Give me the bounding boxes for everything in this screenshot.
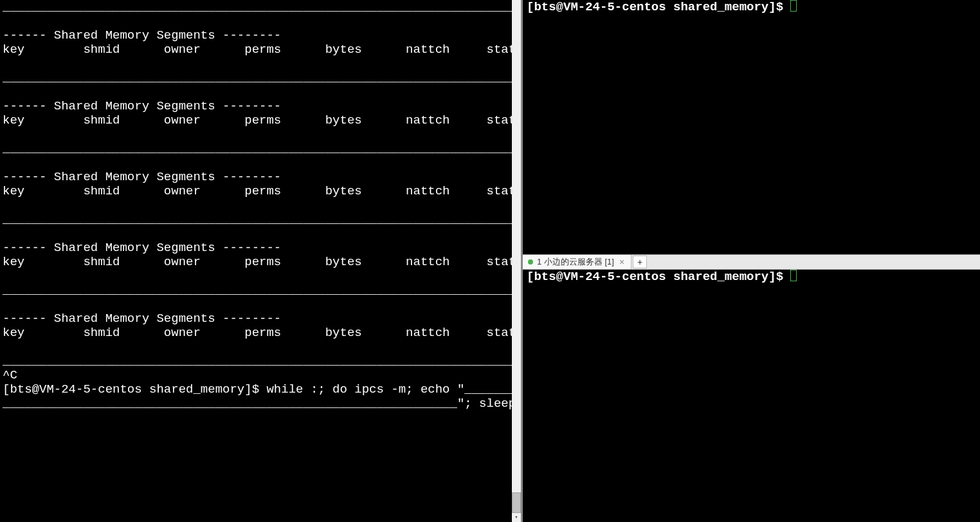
status-dot-icon xyxy=(528,259,533,265)
scrollbar[interactable]: ▾ xyxy=(512,0,521,522)
cursor-icon xyxy=(790,0,797,12)
right-panes: [bts@VM-24-5-centos shared_memory]$ 1 小边… xyxy=(522,0,980,522)
right-bottom-terminal[interactable]: [bts@VM-24-5-centos shared_memory]$ xyxy=(523,270,980,522)
close-icon[interactable]: × xyxy=(618,255,626,269)
tab-label: 1 小边的云服务器 [1] xyxy=(537,255,614,269)
tab-bar: 1 小边的云服务器 [1] × + xyxy=(523,254,980,270)
prompt: [bts@VM-24-5-centos shared_memory]$ xyxy=(527,0,790,14)
add-tab-button[interactable]: + xyxy=(633,256,647,268)
cursor-icon xyxy=(790,270,797,281)
left-terminal-output[interactable]: ________________________________________… xyxy=(0,0,521,522)
session-tab[interactable]: 1 小边的云服务器 [1] × xyxy=(523,255,631,269)
scroll-down-icon[interactable]: ▾ xyxy=(512,513,521,522)
left-terminal-pane[interactable]: ________________________________________… xyxy=(0,0,522,522)
plus-icon: + xyxy=(637,255,642,269)
right-top-terminal[interactable]: [bts@VM-24-5-centos shared_memory]$ xyxy=(523,0,980,254)
prompt: [bts@VM-24-5-centos shared_memory]$ xyxy=(527,270,790,284)
